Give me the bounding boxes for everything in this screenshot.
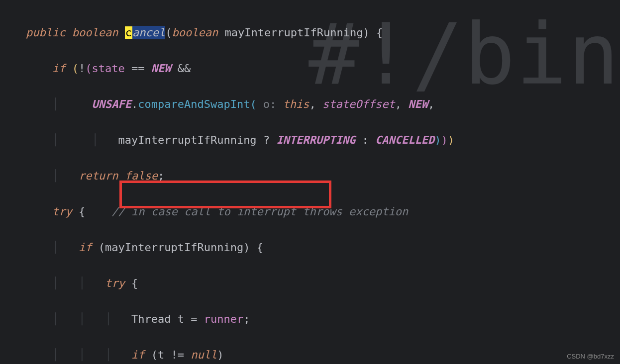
code-line: │ │ │ Thread t = runner; [26,310,620,328]
code-line: public boolean cancel(boolean mayInterru… [26,24,620,42]
code-line: │ │ try { [26,274,620,292]
selected-text: ancel [132,26,165,39]
highlight-char: c [125,26,132,39]
code-line: if (!(state == NEW && [26,60,620,78]
code-line: │ │ mayInterruptIfRunning ? INTERRUPTING… [26,131,620,149]
csdn-watermark: CSDN @bd7xzz [567,353,614,360]
code-line: │ │ │ if (t != null) [26,346,620,364]
code-line: try { // in case call to interrupt throw… [26,203,620,221]
code-editor[interactable]: public boolean cancel(boolean mayInterru… [0,0,620,364]
code-line: │ return false; [26,167,620,185]
code-line: │ UNSAFE.compareAndSwapInt( o: this, sta… [26,95,620,113]
code-line: │ if (mayInterruptIfRunning) { [26,239,620,257]
